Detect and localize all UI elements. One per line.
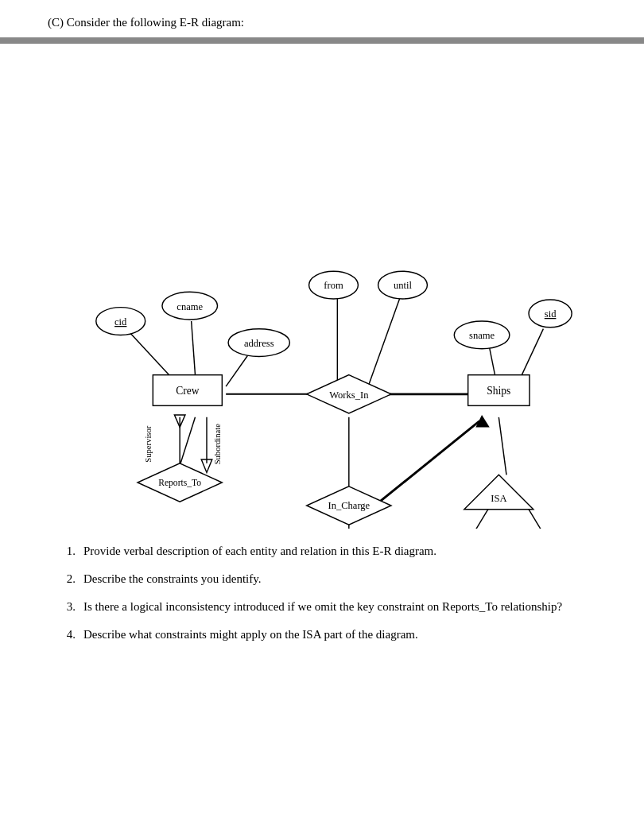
question-1: 1. Provide verbal description of each en…	[56, 545, 596, 558]
svg-line-1	[192, 321, 196, 375]
questions-section: 1. Provide verbal description of each en…	[48, 545, 596, 642]
svg-line-3	[490, 348, 495, 375]
svg-text:Works_In: Works_In	[329, 390, 369, 401]
svg-text:Ships: Ships	[487, 385, 510, 397]
svg-text:sname: sname	[469, 330, 495, 341]
svg-text:sid: sid	[545, 308, 557, 320]
svg-text:Subordinate: Subordinate	[213, 424, 222, 465]
divider	[0, 37, 644, 44]
question-4-text: Describe what constraints might apply on…	[83, 628, 596, 642]
question-2: 2. Describe the constraints you identify…	[56, 572, 596, 586]
question-4: 4. Describe what constraints might apply…	[56, 628, 596, 642]
svg-line-21	[180, 417, 195, 466]
er-diagram-area: Crew Ships tanker cruise Works_In In_Cha…	[52, 68, 592, 529]
svg-marker-36	[464, 475, 533, 510]
er-diagram-svg: Crew Ships tanker cruise Works_In In_Cha…	[52, 68, 592, 529]
svg-text:until: until	[394, 280, 413, 291]
question-4-num: 4.	[56, 628, 76, 642]
svg-text:cname: cname	[177, 301, 203, 312]
svg-line-6	[368, 297, 401, 386]
svg-text:Reports_To: Reports_To	[158, 478, 201, 488]
svg-text:ISA: ISA	[491, 493, 506, 504]
question-3-text: Is there a logical inconsistency introdu…	[83, 600, 596, 614]
question-3-num: 3.	[56, 600, 76, 614]
svg-text:Supervisor: Supervisor	[144, 425, 153, 463]
question-3: 3. Is there a logical inconsistency intr…	[56, 600, 596, 614]
svg-text:cid: cid	[114, 316, 127, 328]
question-1-num: 1.	[56, 545, 76, 558]
svg-text:address: address	[244, 338, 274, 349]
svg-text:from: from	[324, 280, 343, 291]
header-label: (C) Consider the following E-R diagram:	[48, 16, 596, 29]
question-2-num: 2.	[56, 572, 76, 586]
svg-line-4	[522, 329, 543, 375]
svg-line-11	[499, 417, 506, 475]
question-1-text: Provide verbal description of each entit…	[83, 545, 596, 558]
svg-text:Crew: Crew	[176, 385, 200, 397]
svg-line-18	[380, 421, 480, 502]
page: (C) Consider the following E-R diagram:	[0, 0, 644, 814]
question-2-text: Describe the constraints you identify.	[83, 572, 596, 586]
svg-text:In_Charge: In_Charge	[328, 500, 370, 511]
